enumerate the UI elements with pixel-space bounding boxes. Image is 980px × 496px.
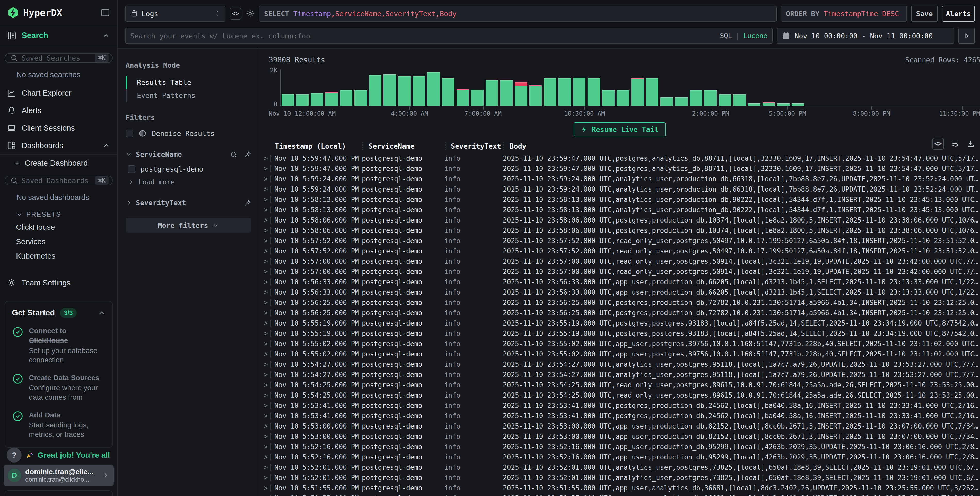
histogram-bar[interactable] xyxy=(295,69,310,106)
code-view-button[interactable]: <> xyxy=(932,138,944,150)
histogram-bar[interactable] xyxy=(791,69,805,106)
histogram-bar[interactable] xyxy=(689,69,703,106)
table-row[interactable]: >Nov 10 5:54:25.000 PMpostgresql-demoinf… xyxy=(261,390,980,400)
histogram-bar[interactable] xyxy=(747,69,762,106)
table-row[interactable]: >Nov 10 5:59:24.000 PMpostgresql-demoinf… xyxy=(261,184,980,195)
histogram-bar[interactable] xyxy=(572,69,587,106)
source-select[interactable]: Logs xyxy=(125,6,226,22)
table-row[interactable]: >Nov 10 5:52:01.000 PMpostgresql-demoinf… xyxy=(261,462,980,472)
sidebar-item-clickhouse[interactable]: ClickHouse xyxy=(0,220,117,234)
histogram-bar[interactable] xyxy=(674,69,689,106)
sidebar-item-client-sessions[interactable]: Client Sessions xyxy=(0,119,117,137)
row-expander-icon[interactable]: > xyxy=(261,330,270,337)
column-header-severity-text[interactable]: SeverityText xyxy=(445,142,503,150)
table-row[interactable]: >Nov 10 5:55:02.000 PMpostgresql-demoinf… xyxy=(261,349,980,359)
pin-icon[interactable] xyxy=(244,199,251,207)
table-row[interactable]: >Nov 10 5:56:33.000 PMpostgresql-demoinf… xyxy=(261,287,980,297)
histogram-bar[interactable] xyxy=(310,69,324,106)
column-header-timestamp[interactable]: Timestamp (Local) xyxy=(275,142,362,150)
histogram-bar[interactable] xyxy=(951,69,966,106)
histogram-bar[interactable] xyxy=(907,69,922,106)
sidebar-item-dashboards[interactable]: Dashboards xyxy=(0,137,117,154)
histogram-bar[interactable] xyxy=(922,69,937,106)
row-expander-icon[interactable]: > xyxy=(261,443,270,450)
saved-searches-input[interactable]: Saved Searches ⌘K xyxy=(5,53,113,63)
pin-icon[interactable] xyxy=(244,151,251,158)
search-input[interactable]: Search your events w/ Lucene ex. column:… xyxy=(125,28,773,44)
chevron-up-icon[interactable] xyxy=(102,142,110,149)
histogram-bar[interactable] xyxy=(659,69,674,106)
row-expander-icon[interactable]: > xyxy=(261,371,270,378)
histogram-bar[interactable] xyxy=(762,69,776,106)
histogram-bar[interactable] xyxy=(368,69,383,106)
row-expander-icon[interactable]: > xyxy=(261,474,270,481)
load-more-button[interactable]: Load more xyxy=(128,178,251,186)
row-expander-icon[interactable]: > xyxy=(261,196,270,203)
get-started-step-connect[interactable]: Connect to ClickHouse Set up your databa… xyxy=(12,326,105,365)
table-row[interactable]: >Nov 10 5:59:47.000 PMpostgresql-demoinf… xyxy=(261,153,980,164)
histogram-bar[interactable] xyxy=(353,69,368,106)
table-row[interactable]: >Nov 10 5:52:16.000 PMpostgresql-demoinf… xyxy=(261,442,980,452)
sidebar-item-alerts[interactable]: Alerts xyxy=(0,102,117,119)
histogram-bar[interactable] xyxy=(965,69,980,106)
chevron-up-icon[interactable] xyxy=(102,32,110,40)
save-button[interactable]: Save xyxy=(911,6,938,22)
table-row[interactable]: >Nov 10 5:56:25.000 PMpostgresql-demoinf… xyxy=(261,308,980,318)
user-profile-button[interactable]: D dominic.tran@clic... dominic.tran@clic… xyxy=(3,464,114,486)
table-row[interactable]: >Nov 10 5:57:52.000 PMpostgresql-demoinf… xyxy=(261,236,980,246)
row-expander-icon[interactable]: > xyxy=(261,247,270,255)
row-expander-icon[interactable]: > xyxy=(261,351,270,358)
download-icon[interactable] xyxy=(967,140,975,148)
mode-event-patterns[interactable]: Event Patterns xyxy=(126,89,251,102)
histogram-bar[interactable] xyxy=(864,69,878,106)
histogram-bar[interactable] xyxy=(616,69,630,106)
row-expander-icon[interactable]: > xyxy=(261,381,270,389)
histogram-bar[interactable] xyxy=(878,69,893,106)
table-row[interactable]: >Nov 10 5:58:06.000 PMpostgresql-demoinf… xyxy=(261,225,980,236)
resume-live-tail-button[interactable]: Resume Live Tail xyxy=(574,122,666,137)
histogram-bar[interactable] xyxy=(324,69,339,106)
row-expander-icon[interactable]: > xyxy=(261,237,270,244)
row-expander-icon[interactable]: > xyxy=(261,495,270,496)
histogram-bar[interactable] xyxy=(339,69,353,106)
table-row[interactable]: >Nov 10 5:52:01.000 PMpostgresql-demoinf… xyxy=(261,472,980,483)
row-expander-icon[interactable]: > xyxy=(261,278,270,285)
row-expander-icon[interactable]: > xyxy=(261,464,270,471)
row-expander-icon[interactable]: > xyxy=(261,361,270,368)
presets-section-toggle[interactable]: PRESETS xyxy=(16,211,117,218)
histogram-bar[interactable] xyxy=(703,69,718,106)
row-expander-icon[interactable]: > xyxy=(261,412,270,419)
search-icon[interactable] xyxy=(230,151,237,158)
histogram-bar[interactable] xyxy=(485,69,499,106)
row-expander-icon[interactable]: > xyxy=(261,217,270,224)
histogram-bar[interactable] xyxy=(630,69,645,106)
histogram-bar[interactable] xyxy=(587,69,601,106)
column-resize-handle[interactable] xyxy=(503,142,504,150)
row-expander-icon[interactable]: > xyxy=(261,289,270,296)
histogram-bar[interactable] xyxy=(499,69,514,106)
histogram-bar[interactable] xyxy=(441,69,455,106)
row-expander-icon[interactable]: > xyxy=(261,299,270,306)
histogram-bar[interactable] xyxy=(426,69,441,106)
chevron-up-icon[interactable] xyxy=(98,309,105,317)
row-expander-icon[interactable]: > xyxy=(261,175,270,183)
sidebar-item-search[interactable]: Search xyxy=(0,25,117,46)
row-expander-icon[interactable]: > xyxy=(261,423,270,430)
histogram-bar[interactable] xyxy=(936,69,951,106)
sidebar-item-services[interactable]: Services xyxy=(0,234,117,249)
row-expander-icon[interactable]: > xyxy=(261,258,270,265)
table-row[interactable]: >Nov 10 5:58:13.000 PMpostgresql-demoinf… xyxy=(261,205,980,215)
get-started-step-sources[interactable]: Create Data Sources Configure where your… xyxy=(12,373,105,402)
table-row[interactable]: >Nov 10 5:58:06.000 PMpostgresql-demoinf… xyxy=(261,215,980,225)
histogram-bar[interactable] xyxy=(718,69,732,106)
facet-service-name[interactable]: ServiceName xyxy=(126,150,251,158)
select-columns-input[interactable]: SELECT Timestamp ,ServiceName,SeverityTe… xyxy=(259,6,777,22)
histogram-bar[interactable] xyxy=(732,69,747,106)
row-expander-icon[interactable]: > xyxy=(261,392,270,399)
table-row[interactable]: >Nov 10 5:57:52.000 PMpostgresql-demoinf… xyxy=(261,246,980,256)
table-row[interactable]: >Nov 10 5:54:27.000 PMpostgresql-demoinf… xyxy=(261,370,980,380)
histogram-bar[interactable] xyxy=(470,69,485,106)
histogram-bar[interactable] xyxy=(528,69,543,106)
table-row[interactable]: >Nov 10 5:57:00.000 PMpostgresql-demoinf… xyxy=(261,256,980,266)
column-resize-handle[interactable] xyxy=(445,142,446,150)
